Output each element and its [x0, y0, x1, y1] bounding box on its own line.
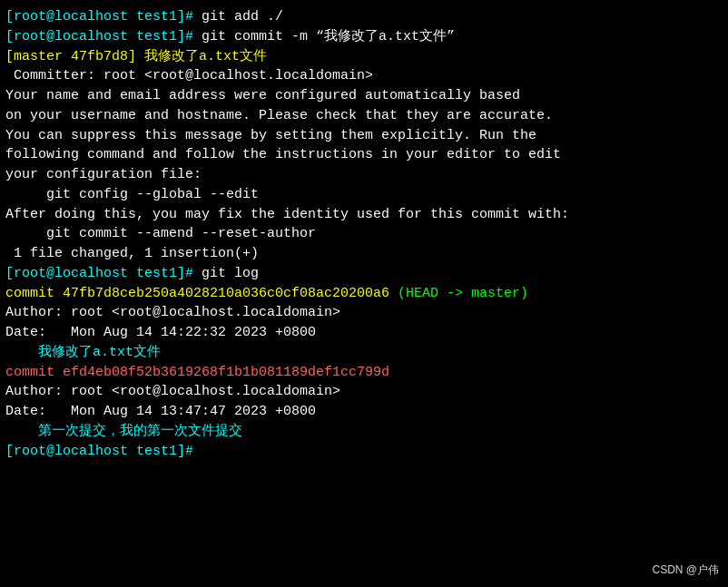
terminal-line: Committer: root <root@localhost.localdom… [5, 66, 723, 86]
terminal-line: After doing this, you may fix the identi… [5, 205, 723, 225]
terminal-line: your configuration file: [5, 165, 723, 185]
terminal-line: on your username and hostname. Please ch… [5, 106, 723, 126]
terminal-line: 我修改了a.txt文件 [5, 343, 723, 363]
terminal-line: Your name and email address were configu… [5, 86, 723, 106]
terminal-line: 1 file changed, 1 insertion(+) [5, 244, 723, 264]
terminal-line: commit 47fb7d8ceb250a4028210a036c0cf08ac… [5, 284, 723, 304]
terminal: [root@localhost test1]# git add ./ [root… [0, 0, 728, 587]
terminal-line: [root@localhost test1]# git add ./ [5, 7, 723, 27]
terminal-line: git config --global --edit [5, 185, 723, 205]
terminal-line: [root@localhost test1]# [5, 442, 723, 462]
terminal-line: git commit --amend --reset-author [5, 224, 723, 244]
terminal-line: following command and follow the instruc… [5, 145, 723, 165]
terminal-line: 第一次提交，我的第一次文件提交 [5, 422, 723, 442]
terminal-line: [master 47fb7d8] 我修改了a.txt文件 [5, 47, 723, 67]
terminal-content: [root@localhost test1]# git add ./ [root… [5, 7, 723, 461]
terminal-line: You can suppress this message by setting… [5, 126, 723, 146]
terminal-line: commit efd4eb08f52b3619268f1b1b081189def… [5, 363, 723, 383]
watermark: CSDN @户伟 [652, 563, 719, 578]
terminal-line: Author: root <root@localhost.localdomain… [5, 382, 723, 402]
terminal-line: Date: Mon Aug 14 14:22:32 2023 +0800 [5, 323, 723, 343]
terminal-line: [root@localhost test1]# git commit -m “我… [5, 27, 723, 47]
terminal-line: Author: root <root@localhost.localdomain… [5, 303, 723, 323]
terminal-line: Date: Mon Aug 14 13:47:47 2023 +0800 [5, 402, 723, 422]
terminal-line: [root@localhost test1]# git log [5, 264, 723, 284]
